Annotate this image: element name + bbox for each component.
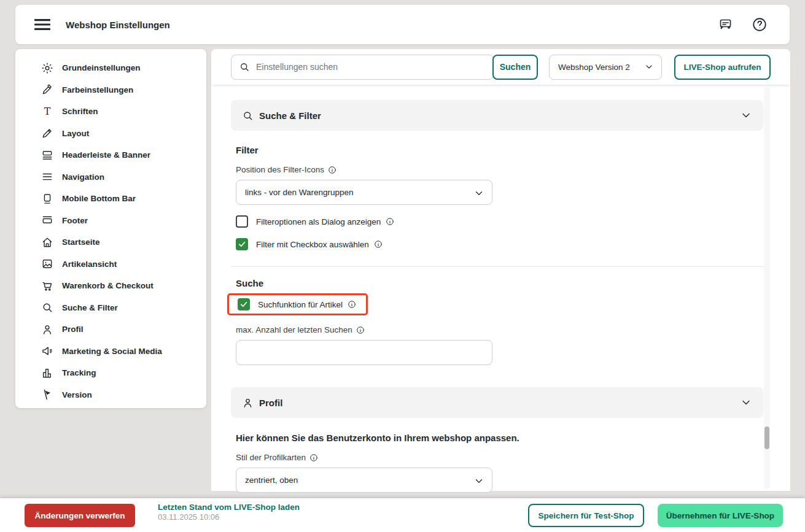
load-live-state-label: Letzten Stand vom LIVE-Shop laden [158,503,300,512]
chevron-down-icon [740,396,752,409]
sidebar-item-schriften[interactable]: T Schriften [15,101,206,123]
apply-live-shop-button[interactable]: Übernehmen für LIVE-Shop [658,504,783,527]
sidebar-item-label: Mobile Bottom Bar [62,194,136,203]
sidebar-item-label: Suche & Filter [62,303,118,312]
info-icon[interactable] [309,453,318,462]
sidebar-item-grundeinstellungen[interactable]: Grundeinstellungen [15,57,206,79]
info-icon[interactable] [328,166,336,174]
sidebar-item-label: Grundeinstellungen [62,63,141,72]
sidebar-item-artikelansicht[interactable]: Artikelansicht [15,253,206,276]
filter-position-value: links - vor den Warengruppen [245,188,354,197]
live-shop-button[interactable]: LIVE-Shop aufrufen [674,55,771,80]
highlighted-setting-box: Suchfunktion für Artikel [227,293,368,315]
filter-checkbox-checkbox-row: Filter mit Checkbox auswählen [236,238,790,250]
text-icon: T [41,106,53,118]
settings-content: Suche & Filter Filter Position des Filte… [211,100,790,493]
settings-search-field[interactable] [231,55,494,80]
sidebar-item-headerleiste[interactable]: Headerleiste & Banner [15,144,206,166]
search-icon [242,110,254,121]
section-suche-filter[interactable]: Suche & Filter [231,100,763,131]
image-icon [41,258,53,270]
header-icon [41,149,53,161]
info-icon[interactable] [374,240,383,249]
info-icon[interactable] [386,217,394,226]
sidebar-item-profil[interactable]: Profil [15,318,206,341]
home-icon [41,236,53,249]
suchfunktion-checkbox[interactable] [238,298,250,310]
search-icon [239,61,250,72]
sidebar-item-layout[interactable]: Layout [15,123,206,145]
sidebar-item-mobile-bottom-bar[interactable]: Mobile Bottom Bar [15,188,206,210]
main-panel: Suchen Webshop Version 2 LIVE-Shop aufru… [211,49,790,491]
profilkarten-stil-label: Stil der Profilkarten [236,453,790,462]
suche-heading: Suche [236,278,790,288]
chevron-down-icon [740,109,752,121]
load-live-state-timestamp: 03.11.2025 10:06 [158,512,300,522]
flag-icon [41,388,53,401]
sidebar-item-label: Warenkorb & Checkout [62,281,154,290]
sidebar-item-label: Footer [62,216,88,225]
chevron-down-icon [473,188,484,199]
filter-checkbox-checkbox[interactable] [236,238,248,250]
search-button[interactable]: Suchen [492,55,538,80]
action-bottom-bar: Änderungen verwerfen Letzten Stand vom L… [0,498,805,532]
settings-sidebar: Grundeinstellungen Farbeinstellungen T S… [15,49,206,408]
sidebar-item-navigation[interactable]: Navigation [15,166,206,188]
sidebar-item-label: Navigation [62,172,104,182]
hamburger-menu-icon[interactable] [34,18,50,31]
sidebar-item-label: Profil [62,325,84,334]
help-icon[interactable] [752,17,768,33]
suchfunktion-checkbox-row: Suchfunktion für Artikel [238,298,356,310]
sidebar-item-label: Layout [62,129,89,138]
search-icon [41,301,53,314]
feedback-icon[interactable] [718,17,733,32]
info-icon[interactable] [348,300,356,309]
filter-dialog-checkbox[interactable] [236,215,248,228]
sidebar-item-label: Headerleiste & Banner [62,150,150,160]
chart-icon [41,367,53,379]
checkbox-label: Suchfunktion für Artikel [258,300,343,309]
webshop-version-select[interactable]: Webshop Version 2 [549,55,662,80]
search-input[interactable] [256,62,486,72]
sidebar-item-startseite[interactable]: Startseite [15,231,206,253]
profilkarten-stil-select[interactable]: zentriert, oben [236,468,492,493]
footer-icon [41,214,53,226]
discard-changes-button[interactable]: Änderungen verwerfen [25,504,135,527]
load-live-state-link[interactable]: Letzten Stand vom LIVE-Shop laden 03.11.… [158,503,300,522]
sidebar-item-version[interactable]: Version [15,384,206,406]
sidebar-item-suche-filter[interactable]: Suche & Filter [15,297,206,319]
sidebar-item-label: Artikelansicht [62,260,117,269]
person-icon [41,323,53,336]
sidebar-item-label: Farbeinstellungen [62,85,133,94]
page-title: Webshop Einstellungen [66,20,170,30]
settings-toolbar: Suchen Webshop Version 2 LIVE-Shop aufru… [211,49,790,85]
section-profil[interactable]: Profil [231,387,763,418]
save-test-shop-button[interactable]: Speichern für Test-Shop [528,504,644,527]
mobile-icon [41,193,53,205]
sidebar-item-farbeinstellungen[interactable]: Farbeinstellungen [15,79,206,101]
sidebar-item-marketing[interactable]: Marketing & Social Media [15,341,206,363]
sidebar-item-footer[interactable]: Footer [15,210,206,232]
section-title: Suche & Filter [259,110,321,121]
section-title: Profil [259,398,282,408]
sidebar-item-label: Version [62,390,92,399]
person-icon [242,397,254,409]
sidebar-item-label: Tracking [62,368,96,377]
max-suchen-label: max. Anzahl der letzten Suchen [236,325,790,334]
sidebar-item-label: Marketing & Social Media [62,347,162,356]
profilkarten-stil-value: zentriert, oben [245,476,298,485]
pencil-icon [41,127,53,139]
check-icon [238,240,246,249]
filter-dialog-checkbox-row: Filteroptionen als Dialog anzeigen [236,215,790,228]
chevron-down-icon [644,62,654,72]
sidebar-item-warenkorb[interactable]: Warenkorb & Checkout [15,275,206,297]
eyedropper-icon [41,83,53,96]
max-suchen-input[interactable] [236,340,492,365]
filter-position-label: Position des Filter-Icons [236,165,790,174]
sidebar-item-tracking[interactable]: Tracking [15,362,206,384]
filter-heading: Filter [236,145,790,155]
webshop-version-value: Webshop Version 2 [558,63,630,72]
filter-position-select[interactable]: links - vor den Warengruppen [236,180,492,205]
sidebar-item-label: Schriften [62,107,98,116]
info-icon[interactable] [356,326,365,334]
